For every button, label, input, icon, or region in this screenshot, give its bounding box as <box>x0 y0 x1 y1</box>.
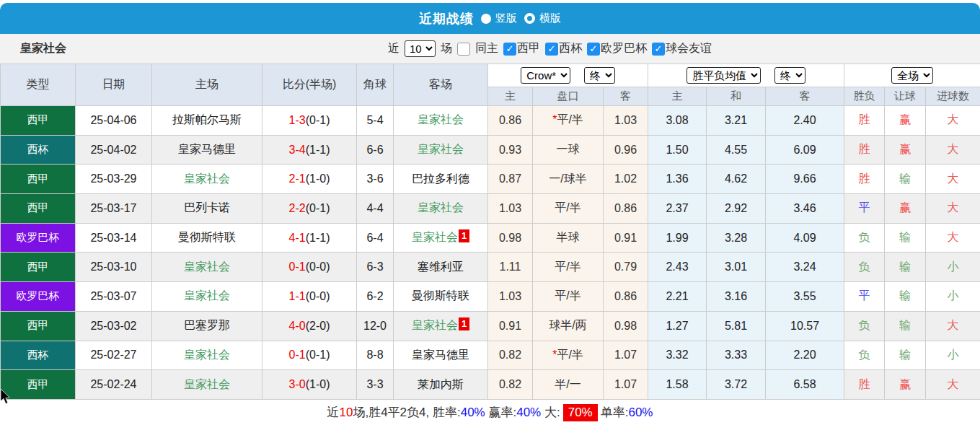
europa-checkbox[interactable]: ✓ <box>587 43 600 56</box>
date-cell: 25-03-10 <box>76 253 152 282</box>
away-team-cell[interactable]: 莱加内斯 <box>394 370 488 400</box>
handicap-cell: *平/半 <box>533 341 604 370</box>
away-team-cell[interactable]: 皇家社会1 <box>394 311 488 341</box>
score-cell: 3-4(1-1) <box>262 135 357 165</box>
league-type-cell: 西甲 <box>1 194 76 224</box>
mean-lose-cell: 9.66 <box>766 165 844 194</box>
score-cell: 0-1(0-1) <box>262 341 357 370</box>
home-team-cell[interactable]: 巴塞罗那 <box>152 311 262 341</box>
away-team-cell[interactable]: 皇家社会 <box>394 135 488 165</box>
league-type-cell: 西甲 <box>1 253 76 282</box>
results-tbody: 西甲25-04-06拉斯帕尔马斯1-3(0-1)5-4皇家社会0.86*平/半1… <box>1 106 980 400</box>
same-home-checkbox[interactable] <box>457 43 470 56</box>
goals-result-cell: 小 <box>926 253 980 282</box>
home-team-cell[interactable]: 皇家社会 <box>152 282 262 312</box>
date-cell: 25-04-02 <box>76 135 152 165</box>
red-card-badge: 1 <box>459 317 469 330</box>
score-cell: 0-1(0-0) <box>262 253 357 282</box>
away-team-cell[interactable]: 皇家社会1 <box>394 223 488 253</box>
col-header-score: 比分(半场) <box>262 64 357 106</box>
away-team-cell[interactable]: 皇家社会 <box>394 194 488 224</box>
odds-away-cell: 0.91 <box>604 223 648 253</box>
result-cell: 胜 <box>844 370 885 400</box>
date-cell: 25-02-24 <box>76 370 152 400</box>
date-cell: 25-03-29 <box>76 165 152 194</box>
mean-draw-cell: 3.01 <box>707 253 766 282</box>
league-type-cell: 西甲 <box>1 106 76 136</box>
league-type-cell: 西杯 <box>1 341 76 370</box>
home-team-cell[interactable]: 皇家社会 <box>152 370 262 400</box>
mean-win-cell: 1.50 <box>648 135 707 165</box>
sub-header-mean-lose: 客 <box>766 87 844 106</box>
mean-time-select[interactable]: 终 <box>774 67 805 84</box>
friendly-checkbox[interactable]: ✓ <box>652 43 665 56</box>
home-team-cell[interactable]: 皇家社会 <box>152 253 262 282</box>
date-cell: 25-04-06 <box>76 106 152 136</box>
mean-lose-cell: 2.20 <box>766 341 844 370</box>
title-bar: 近期战绩 竖版 横版 <box>0 3 980 34</box>
match-count-select[interactable]: 10 <box>405 40 436 57</box>
away-team-cell[interactable]: 皇家马德里 <box>394 341 488 370</box>
sub-header-goals: 进球数 <box>926 87 980 106</box>
handicap-result-cell: 赢 <box>885 194 926 224</box>
mean-draw-cell: 3.33 <box>707 341 766 370</box>
home-team-cell[interactable]: 皇家社会 <box>152 165 262 194</box>
score-cell: 1-3(0-1) <box>262 106 357 136</box>
odds-time-select[interactable]: 终 <box>584 67 615 84</box>
away-team-cell[interactable]: 皇家社会 <box>394 106 488 136</box>
odds-home-cell: 0.82 <box>488 370 533 400</box>
friendly-label: 球会友谊 <box>666 41 712 56</box>
games-label: 场 <box>441 41 452 56</box>
home-team-cell[interactable]: 皇家马德里 <box>152 135 262 165</box>
away-team-cell[interactable]: 曼彻斯特联 <box>394 282 488 312</box>
mouse-cursor-icon <box>0 389 11 405</box>
corner-cell: 3-6 <box>357 165 394 194</box>
date-cell: 25-03-17 <box>76 194 152 224</box>
home-team-cell[interactable]: 拉斯帕尔马斯 <box>152 106 262 136</box>
odds-away-cell: 0.96 <box>604 135 648 165</box>
result-cell: 平 <box>844 282 885 312</box>
handicap-cell: 一/球半 <box>533 165 604 194</box>
sub-header-result: 胜负 <box>844 87 885 106</box>
odds-home-cell: 0.91 <box>488 311 533 341</box>
col-header-corner: 角球 <box>357 64 394 106</box>
home-team-cell[interactable]: 巴列卡诺 <box>152 194 262 224</box>
date-cell: 25-03-14 <box>76 223 152 253</box>
corner-cell: 4-4 <box>357 194 394 224</box>
summary-segment: 大: <box>541 404 560 421</box>
copa-checkbox[interactable]: ✓ <box>545 43 558 56</box>
bookmaker-select[interactable]: Crow* <box>521 67 570 84</box>
mean-draw-cell: 3.16 <box>707 282 766 312</box>
mean-dropdown-group: 胜平负均值 终 <box>648 64 844 87</box>
goals-result-cell: 大 <box>926 223 980 253</box>
home-team-cell[interactable]: 曼彻斯特联 <box>152 223 262 253</box>
home-team-cell[interactable]: 皇家社会 <box>152 341 262 370</box>
away-team-cell[interactable]: 塞维利亚 <box>394 253 488 282</box>
table-row: 西甲25-03-17巴列卡诺2-2(0-1)4-4皇家社会1.03平/半0.86… <box>1 194 980 224</box>
corner-cell: 6-4 <box>357 223 394 253</box>
table-row: 西甲25-03-10皇家社会0-1(0-0)6-3塞维利亚1.11平/半0.79… <box>1 253 980 282</box>
vertical-radio-icon[interactable] <box>481 14 491 24</box>
col-header-type: 类型 <box>1 64 76 106</box>
table-row: 西杯25-04-02皇家马德里3-4(1-1)6-6皇家社会0.93一球0.96… <box>1 135 980 165</box>
laliga-checkbox[interactable]: ✓ <box>503 43 516 56</box>
handicap-cell: *平/半 <box>533 106 604 136</box>
laliga-label: 西甲 <box>517 41 540 56</box>
results-table: 类型 日期 主场 比分(半场) 角球 客场 Crow* 终 胜平负均值 终 全场… <box>0 63 980 400</box>
full-match-select[interactable]: 全场 <box>891 67 933 84</box>
layout-vertical-option[interactable]: 竖版 <box>481 12 517 25</box>
result-cell: 胜 <box>844 165 885 194</box>
mean-select[interactable]: 胜平负均值 <box>687 67 761 84</box>
odds-away-cell: 0.86 <box>604 194 648 224</box>
summary-segment: 10 <box>340 406 353 420</box>
horizontal-radio-icon[interactable] <box>524 13 535 24</box>
page-title: 近期战绩 <box>419 10 474 27</box>
filter-bar: 皇家社会 近 10 场 同主 ✓ 西甲 ✓ 西杯 ✓ 欧罗巴杯 ✓ 球会友谊 <box>0 34 980 63</box>
sub-header-handicap: 盘口 <box>533 87 604 106</box>
score-cell: 4-0(2-0) <box>262 311 357 341</box>
summary-segment: 场,胜4平2负4, 胜率: <box>353 404 460 421</box>
away-team-cell[interactable]: 巴拉多利德 <box>394 165 488 194</box>
result-cell: 平 <box>844 194 885 224</box>
league-filter-europa: ✓ 欧罗巴杯 <box>587 41 647 56</box>
layout-horizontal-option[interactable]: 横版 <box>524 12 561 25</box>
